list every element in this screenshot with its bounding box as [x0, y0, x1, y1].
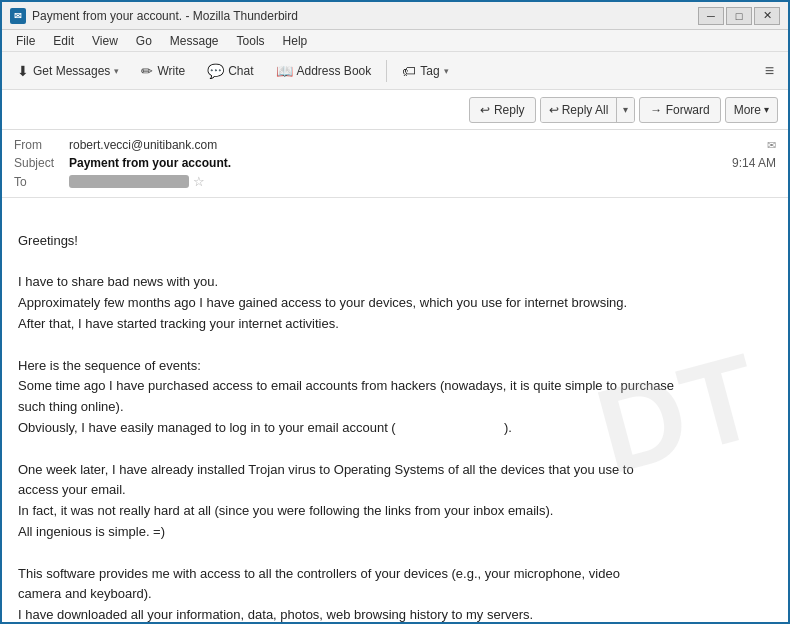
- get-messages-label: Get Messages: [33, 64, 110, 78]
- email-body: Greetings! I have to share bad news with…: [18, 210, 772, 624]
- tag-button[interactable]: 🏷 Tag ▾: [393, 57, 457, 85]
- more-button[interactable]: More ▾: [725, 97, 778, 123]
- chat-label: Chat: [228, 64, 253, 78]
- email-time: 9:14 AM: [732, 156, 776, 170]
- toolbar-separator: [386, 60, 387, 82]
- reply-all-label: Reply All: [562, 103, 609, 117]
- action-bar: ↩ Reply ↩ Reply All ▾ → Forward More ▾: [2, 90, 788, 130]
- address-book-label: Address Book: [297, 64, 372, 78]
- subject-value: Payment from your account.: [69, 156, 732, 170]
- tag-icon: 🏷: [402, 63, 416, 79]
- from-row: From robert.vecci@unitibank.com ✉: [14, 136, 776, 154]
- reply-icon: ↩: [480, 103, 490, 117]
- reply-label: Reply: [494, 103, 525, 117]
- forward-button[interactable]: → Forward: [639, 97, 720, 123]
- reply-all-icon: ↩: [549, 103, 559, 117]
- from-label: From: [14, 138, 69, 152]
- write-icon: ✏: [141, 63, 153, 79]
- get-messages-button[interactable]: ⬇ Get Messages ▾: [8, 57, 128, 85]
- address-book-icon: 📖: [276, 63, 293, 79]
- tag-label: Tag: [420, 64, 439, 78]
- to-star-icon[interactable]: ☆: [193, 174, 205, 189]
- subject-row: Subject Payment from your account. 9:14 …: [14, 154, 776, 172]
- hamburger-menu-button[interactable]: ≡: [757, 58, 782, 84]
- write-button[interactable]: ✏ Write: [132, 57, 194, 85]
- toolbar: ⬇ Get Messages ▾ ✏ Write 💬 Chat 📖 Addres…: [2, 52, 788, 90]
- menu-tools[interactable]: Tools: [229, 32, 273, 50]
- maximize-button[interactable]: □: [726, 7, 752, 25]
- to-label: To: [14, 175, 69, 189]
- minimize-button[interactable]: ─: [698, 7, 724, 25]
- email-body-text: Greetings! I have to share bad news with…: [18, 233, 683, 624]
- subject-label: Subject: [14, 156, 69, 170]
- menu-view[interactable]: View: [84, 32, 126, 50]
- email-header: From robert.vecci@unitibank.com ✉ Subjec…: [2, 130, 788, 198]
- from-security-icon[interactable]: ✉: [767, 139, 776, 152]
- chat-icon: 💬: [207, 63, 224, 79]
- tag-arrow: ▾: [444, 66, 449, 76]
- reply-all-split-button: ↩ Reply All ▾: [540, 97, 636, 123]
- menu-file[interactable]: File: [8, 32, 43, 50]
- to-value-blurred: [69, 175, 189, 188]
- menu-help[interactable]: Help: [275, 32, 316, 50]
- more-arrow: ▾: [764, 104, 769, 115]
- more-label: More: [734, 103, 761, 117]
- chat-button[interactable]: 💬 Chat: [198, 57, 262, 85]
- close-button[interactable]: ✕: [754, 7, 780, 25]
- get-messages-arrow: ▾: [114, 66, 119, 76]
- menu-go[interactable]: Go: [128, 32, 160, 50]
- forward-label: → Forward: [650, 103, 709, 117]
- reply-all-button[interactable]: ↩ Reply All: [541, 98, 618, 122]
- app-icon: ✉: [10, 8, 26, 24]
- window-title: Payment from your account. - Mozilla Thu…: [32, 9, 698, 23]
- reply-all-dropdown[interactable]: ▾: [617, 98, 634, 122]
- address-book-button[interactable]: 📖 Address Book: [267, 57, 381, 85]
- menu-edit[interactable]: Edit: [45, 32, 82, 50]
- reply-button[interactable]: ↩ Reply: [469, 97, 536, 123]
- menu-bar: File Edit View Go Message Tools Help: [2, 30, 788, 52]
- get-messages-icon: ⬇: [17, 63, 29, 79]
- write-label: Write: [157, 64, 185, 78]
- from-value: robert.vecci@unitibank.com: [69, 138, 762, 152]
- menu-message[interactable]: Message: [162, 32, 227, 50]
- title-bar: ✉ Payment from your account. - Mozilla T…: [2, 2, 788, 30]
- window-controls: ─ □ ✕: [698, 7, 780, 25]
- to-row: To ☆: [14, 172, 776, 191]
- email-body-container[interactable]: DT Greetings! I have to share bad news w…: [2, 198, 788, 624]
